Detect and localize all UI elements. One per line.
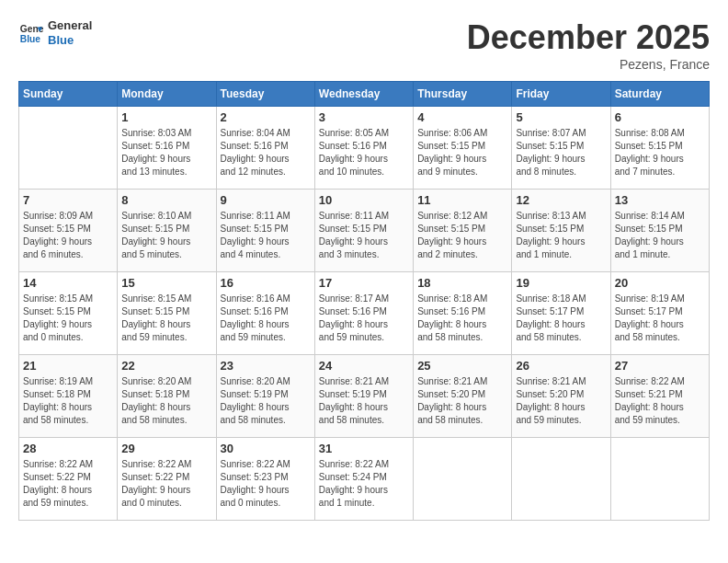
day-number: 10 xyxy=(319,193,409,207)
day-info: Sunrise: 8:17 AM Sunset: 5:16 PM Dayligh… xyxy=(319,293,409,344)
day-number: 21 xyxy=(23,359,113,373)
calendar-cell: 6Sunrise: 8:08 AM Sunset: 5:15 PM Daylig… xyxy=(610,107,709,190)
day-info: Sunrise: 8:08 AM Sunset: 5:15 PM Dayligh… xyxy=(615,127,705,178)
day-number: 27 xyxy=(615,359,705,373)
day-number: 20 xyxy=(615,276,705,290)
day-number: 26 xyxy=(516,359,606,373)
calendar-cell: 28Sunrise: 8:22 AM Sunset: 5:22 PM Dayli… xyxy=(19,438,118,521)
day-number: 16 xyxy=(221,276,311,290)
day-number: 29 xyxy=(121,442,211,455)
day-of-week-header: Friday xyxy=(512,82,610,107)
day-number: 7 xyxy=(23,193,113,207)
svg-text:Blue: Blue xyxy=(20,34,41,44)
day-info: Sunrise: 8:11 AM Sunset: 5:15 PM Dayligh… xyxy=(221,210,311,261)
day-number: 3 xyxy=(319,110,409,124)
calendar-cell: 24Sunrise: 8:21 AM Sunset: 5:19 PM Dayli… xyxy=(314,355,413,438)
day-info: Sunrise: 8:15 AM Sunset: 5:15 PM Dayligh… xyxy=(121,293,211,344)
month-title: December 2025 xyxy=(467,18,710,57)
day-info: Sunrise: 8:05 AM Sunset: 5:16 PM Dayligh… xyxy=(319,127,409,178)
calendar-week-row: 21Sunrise: 8:19 AM Sunset: 5:18 PM Dayli… xyxy=(19,355,710,438)
day-info: Sunrise: 8:07 AM Sunset: 5:15 PM Dayligh… xyxy=(516,127,606,178)
location: Pezens, France xyxy=(467,57,710,72)
day-number: 19 xyxy=(516,276,606,290)
logo-general: General xyxy=(48,18,92,33)
day-number: 2 xyxy=(221,110,311,124)
day-info: Sunrise: 8:12 AM Sunset: 5:15 PM Dayligh… xyxy=(417,210,507,261)
calendar-cell: 12Sunrise: 8:13 AM Sunset: 5:15 PM Dayli… xyxy=(512,190,610,272)
day-of-week-header: Monday xyxy=(118,82,216,107)
day-info: Sunrise: 8:09 AM Sunset: 5:15 PM Dayligh… xyxy=(23,210,113,261)
calendar-cell xyxy=(512,438,610,521)
calendar-cell: 29Sunrise: 8:22 AM Sunset: 5:22 PM Dayli… xyxy=(118,438,216,521)
day-info: Sunrise: 8:13 AM Sunset: 5:15 PM Dayligh… xyxy=(516,210,606,261)
calendar-cell: 1Sunrise: 8:03 AM Sunset: 5:16 PM Daylig… xyxy=(118,107,216,190)
day-number: 4 xyxy=(417,110,507,124)
day-info: Sunrise: 8:16 AM Sunset: 5:16 PM Dayligh… xyxy=(221,293,311,344)
calendar-cell xyxy=(414,438,512,521)
logo: General Blue General Blue xyxy=(18,18,92,47)
calendar-cell: 2Sunrise: 8:04 AM Sunset: 5:16 PM Daylig… xyxy=(216,107,314,190)
calendar-cell: 15Sunrise: 8:15 AM Sunset: 5:15 PM Dayli… xyxy=(118,272,216,355)
title-area: December 2025 Pezens, France xyxy=(467,18,710,72)
day-info: Sunrise: 8:22 AM Sunset: 5:24 PM Dayligh… xyxy=(319,458,409,510)
day-info: Sunrise: 8:11 AM Sunset: 5:15 PM Dayligh… xyxy=(319,210,409,261)
day-info: Sunrise: 8:18 AM Sunset: 5:17 PM Dayligh… xyxy=(516,293,606,344)
calendar-cell: 10Sunrise: 8:11 AM Sunset: 5:15 PM Dayli… xyxy=(314,190,413,272)
calendar-cell: 16Sunrise: 8:16 AM Sunset: 5:16 PM Dayli… xyxy=(216,272,314,355)
day-number: 18 xyxy=(417,276,507,290)
calendar-cell: 19Sunrise: 8:18 AM Sunset: 5:17 PM Dayli… xyxy=(512,272,610,355)
day-number: 8 xyxy=(121,193,211,207)
logo-blue: Blue xyxy=(48,33,92,48)
day-of-week-header: Sunday xyxy=(19,82,118,107)
calendar-cell: 14Sunrise: 8:15 AM Sunset: 5:15 PM Dayli… xyxy=(19,272,118,355)
calendar-cell: 26Sunrise: 8:21 AM Sunset: 5:20 PM Dayli… xyxy=(512,355,610,438)
day-number: 5 xyxy=(516,110,606,124)
calendar-cell: 22Sunrise: 8:20 AM Sunset: 5:18 PM Dayli… xyxy=(118,355,216,438)
calendar-cell: 18Sunrise: 8:18 AM Sunset: 5:16 PM Dayli… xyxy=(414,272,512,355)
calendar-cell: 13Sunrise: 8:14 AM Sunset: 5:15 PM Dayli… xyxy=(610,190,709,272)
day-info: Sunrise: 8:22 AM Sunset: 5:22 PM Dayligh… xyxy=(121,458,211,510)
day-info: Sunrise: 8:20 AM Sunset: 5:19 PM Dayligh… xyxy=(221,375,311,427)
calendar-cell: 23Sunrise: 8:20 AM Sunset: 5:19 PM Dayli… xyxy=(216,355,314,438)
day-number: 23 xyxy=(221,359,311,373)
calendar-header-row: SundayMondayTuesdayWednesdayThursdayFrid… xyxy=(19,82,710,107)
day-info: Sunrise: 8:21 AM Sunset: 5:20 PM Dayligh… xyxy=(516,375,606,427)
calendar-cell: 3Sunrise: 8:05 AM Sunset: 5:16 PM Daylig… xyxy=(314,107,413,190)
day-of-week-header: Saturday xyxy=(610,82,709,107)
day-of-week-header: Wednesday xyxy=(314,82,413,107)
day-number: 17 xyxy=(319,276,409,290)
day-number: 9 xyxy=(221,193,311,207)
calendar-cell: 17Sunrise: 8:17 AM Sunset: 5:16 PM Dayli… xyxy=(314,272,413,355)
day-info: Sunrise: 8:03 AM Sunset: 5:16 PM Dayligh… xyxy=(121,127,211,178)
day-number: 11 xyxy=(417,193,507,207)
calendar-week-row: 1Sunrise: 8:03 AM Sunset: 5:16 PM Daylig… xyxy=(19,107,710,190)
calendar-week-row: 14Sunrise: 8:15 AM Sunset: 5:15 PM Dayli… xyxy=(19,272,710,355)
day-info: Sunrise: 8:19 AM Sunset: 5:18 PM Dayligh… xyxy=(23,375,113,427)
calendar-week-row: 7Sunrise: 8:09 AM Sunset: 5:15 PM Daylig… xyxy=(19,190,710,272)
day-number: 6 xyxy=(615,110,705,124)
calendar-cell: 7Sunrise: 8:09 AM Sunset: 5:15 PM Daylig… xyxy=(19,190,118,272)
day-info: Sunrise: 8:21 AM Sunset: 5:19 PM Dayligh… xyxy=(319,375,409,427)
calendar-week-row: 28Sunrise: 8:22 AM Sunset: 5:22 PM Dayli… xyxy=(19,438,710,521)
calendar-cell xyxy=(610,438,709,521)
day-number: 13 xyxy=(615,193,705,207)
calendar-cell: 9Sunrise: 8:11 AM Sunset: 5:15 PM Daylig… xyxy=(216,190,314,272)
day-number: 22 xyxy=(121,359,211,373)
day-info: Sunrise: 8:14 AM Sunset: 5:15 PM Dayligh… xyxy=(615,210,705,261)
calendar-table: SundayMondayTuesdayWednesdayThursdayFrid… xyxy=(18,81,710,521)
day-number: 12 xyxy=(516,193,606,207)
calendar-cell: 11Sunrise: 8:12 AM Sunset: 5:15 PM Dayli… xyxy=(414,190,512,272)
logo-icon: General Blue xyxy=(18,20,44,46)
calendar-body: 1Sunrise: 8:03 AM Sunset: 5:16 PM Daylig… xyxy=(19,107,710,521)
day-number: 14 xyxy=(23,276,113,290)
day-number: 1 xyxy=(121,110,211,124)
calendar-cell: 30Sunrise: 8:22 AM Sunset: 5:23 PM Dayli… xyxy=(216,438,314,521)
day-info: Sunrise: 8:18 AM Sunset: 5:16 PM Dayligh… xyxy=(417,293,507,344)
day-info: Sunrise: 8:21 AM Sunset: 5:20 PM Dayligh… xyxy=(417,375,507,427)
calendar-cell: 25Sunrise: 8:21 AM Sunset: 5:20 PM Dayli… xyxy=(414,355,512,438)
calendar-cell: 21Sunrise: 8:19 AM Sunset: 5:18 PM Dayli… xyxy=(19,355,118,438)
day-info: Sunrise: 8:06 AM Sunset: 5:15 PM Dayligh… xyxy=(417,127,507,178)
calendar-cell: 31Sunrise: 8:22 AM Sunset: 5:24 PM Dayli… xyxy=(314,438,413,521)
day-of-week-header: Tuesday xyxy=(216,82,314,107)
calendar-cell: 4Sunrise: 8:06 AM Sunset: 5:15 PM Daylig… xyxy=(414,107,512,190)
